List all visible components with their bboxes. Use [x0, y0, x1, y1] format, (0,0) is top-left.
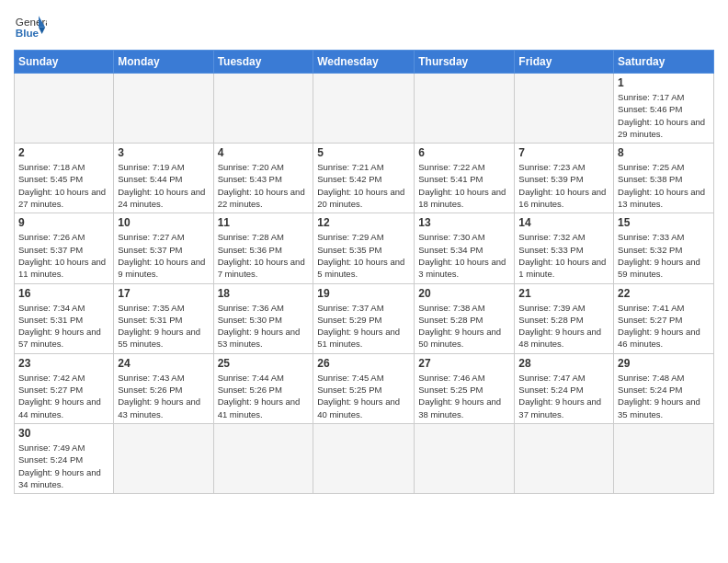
day-info: Sunrise: 7:41 AM Sunset: 5:27 PM Dayligh…: [618, 302, 710, 350]
day-number: 16: [18, 287, 109, 300]
calendar-cell: 10Sunrise: 7:27 AM Sunset: 5:37 PM Dayli…: [114, 213, 213, 283]
page-header: General Blue: [14, 9, 714, 42]
day-number: 21: [518, 287, 609, 300]
calendar-cell: 13Sunrise: 7:30 AM Sunset: 5:34 PM Dayli…: [415, 213, 515, 283]
day-number: 28: [518, 357, 609, 370]
calendar-cell: 27Sunrise: 7:46 AM Sunset: 5:25 PM Dayli…: [415, 353, 515, 423]
calendar-cell: 14Sunrise: 7:32 AM Sunset: 5:33 PM Dayli…: [515, 213, 614, 283]
day-info: Sunrise: 7:44 AM Sunset: 5:26 PM Dayligh…: [218, 372, 310, 420]
day-number: 8: [618, 146, 710, 159]
day-info: Sunrise: 7:28 AM Sunset: 5:36 PM Dayligh…: [218, 231, 310, 280]
svg-marker-3: [39, 28, 45, 34]
day-number: 17: [118, 287, 209, 300]
day-info: Sunrise: 7:42 AM Sunset: 5:27 PM Dayligh…: [18, 372, 109, 420]
day-info: Sunrise: 7:45 AM Sunset: 5:25 PM Dayligh…: [317, 372, 410, 420]
calendar-cell: 4Sunrise: 7:20 AM Sunset: 5:43 PM Daylig…: [213, 144, 313, 213]
day-info: Sunrise: 7:19 AM Sunset: 5:44 PM Dayligh…: [118, 161, 209, 210]
day-info: Sunrise: 7:20 AM Sunset: 5:43 PM Dayligh…: [218, 161, 310, 210]
day-header-saturday: Saturday: [614, 51, 714, 74]
calendar-cell: 3Sunrise: 7:19 AM Sunset: 5:44 PM Daylig…: [114, 144, 213, 213]
day-info: Sunrise: 7:49 AM Sunset: 5:24 PM Dayligh…: [18, 442, 109, 490]
day-info: Sunrise: 7:34 AM Sunset: 5:31 PM Dayligh…: [18, 302, 109, 350]
day-header-thursday: Thursday: [415, 51, 515, 74]
logo-icon: General Blue: [14, 9, 47, 42]
calendar-cell: 6Sunrise: 7:22 AM Sunset: 5:41 PM Daylig…: [415, 144, 515, 213]
day-number: 10: [118, 216, 209, 229]
day-info: Sunrise: 7:46 AM Sunset: 5:25 PM Dayligh…: [418, 372, 510, 420]
day-number: 22: [618, 287, 710, 300]
day-info: Sunrise: 7:30 AM Sunset: 5:34 PM Dayligh…: [418, 231, 510, 280]
day-number: 24: [118, 357, 209, 370]
calendar-cell: [515, 423, 614, 493]
calendar-cell: [415, 74, 515, 144]
day-number: 11: [218, 216, 310, 229]
calendar-cell: 19Sunrise: 7:37 AM Sunset: 5:29 PM Dayli…: [313, 283, 415, 353]
calendar-cell: 23Sunrise: 7:42 AM Sunset: 5:27 PM Dayli…: [15, 353, 114, 423]
day-number: 12: [317, 216, 410, 229]
calendar-cell: 7Sunrise: 7:23 AM Sunset: 5:39 PM Daylig…: [515, 144, 614, 213]
day-info: Sunrise: 7:27 AM Sunset: 5:37 PM Dayligh…: [118, 231, 209, 280]
calendar-week-4: 23Sunrise: 7:42 AM Sunset: 5:27 PM Dayli…: [15, 353, 714, 423]
day-header-tuesday: Tuesday: [213, 51, 313, 74]
day-info: Sunrise: 7:35 AM Sunset: 5:31 PM Dayligh…: [118, 302, 209, 350]
day-info: Sunrise: 7:17 AM Sunset: 5:46 PM Dayligh…: [618, 91, 710, 140]
day-info: Sunrise: 7:18 AM Sunset: 5:45 PM Dayligh…: [18, 161, 109, 210]
day-info: Sunrise: 7:22 AM Sunset: 5:41 PM Dayligh…: [418, 161, 510, 210]
day-number: 20: [418, 287, 510, 300]
calendar-cell: 12Sunrise: 7:29 AM Sunset: 5:35 PM Dayli…: [313, 213, 415, 283]
calendar-header-row: SundayMondayTuesdayWednesdayThursdayFrid…: [15, 51, 714, 74]
day-number: 19: [317, 287, 410, 300]
day-number: 15: [618, 216, 710, 229]
day-number: 13: [418, 216, 510, 229]
day-number: 3: [118, 146, 209, 159]
day-number: 4: [218, 146, 310, 159]
calendar-week-5: 30Sunrise: 7:49 AM Sunset: 5:24 PM Dayli…: [15, 423, 714, 493]
calendar-cell: [515, 74, 614, 144]
day-number: 6: [418, 146, 510, 159]
calendar-cell: [15, 74, 114, 144]
day-info: Sunrise: 7:25 AM Sunset: 5:38 PM Dayligh…: [618, 161, 710, 210]
day-info: Sunrise: 7:47 AM Sunset: 5:24 PM Dayligh…: [518, 372, 609, 420]
calendar-cell: 22Sunrise: 7:41 AM Sunset: 5:27 PM Dayli…: [614, 283, 714, 353]
calendar-cell: [313, 423, 415, 493]
svg-text:Blue: Blue: [16, 27, 40, 39]
calendar-cell: [213, 74, 313, 144]
calendar-week-2: 9Sunrise: 7:26 AM Sunset: 5:37 PM Daylig…: [15, 213, 714, 283]
day-info: Sunrise: 7:39 AM Sunset: 5:28 PM Dayligh…: [518, 302, 609, 350]
calendar-cell: 5Sunrise: 7:21 AM Sunset: 5:42 PM Daylig…: [313, 144, 415, 213]
day-header-sunday: Sunday: [15, 51, 114, 74]
calendar-cell: [415, 423, 515, 493]
calendar-cell: 24Sunrise: 7:43 AM Sunset: 5:26 PM Dayli…: [114, 353, 213, 423]
day-info: Sunrise: 7:23 AM Sunset: 5:39 PM Dayligh…: [518, 161, 609, 210]
calendar-cell: 26Sunrise: 7:45 AM Sunset: 5:25 PM Dayli…: [313, 353, 415, 423]
day-number: 5: [317, 146, 410, 159]
logo: General Blue: [14, 9, 47, 42]
calendar-cell: [614, 423, 714, 493]
calendar-cell: 29Sunrise: 7:48 AM Sunset: 5:24 PM Dayli…: [614, 353, 714, 423]
day-info: Sunrise: 7:32 AM Sunset: 5:33 PM Dayligh…: [518, 231, 609, 280]
day-info: Sunrise: 7:29 AM Sunset: 5:35 PM Dayligh…: [317, 231, 410, 280]
calendar-cell: 8Sunrise: 7:25 AM Sunset: 5:38 PM Daylig…: [614, 144, 714, 213]
day-number: 18: [218, 287, 310, 300]
calendar-cell: 30Sunrise: 7:49 AM Sunset: 5:24 PM Dayli…: [15, 423, 114, 493]
calendar-cell: 28Sunrise: 7:47 AM Sunset: 5:24 PM Dayli…: [515, 353, 614, 423]
calendar-cell: [114, 423, 213, 493]
day-info: Sunrise: 7:37 AM Sunset: 5:29 PM Dayligh…: [317, 302, 410, 350]
day-number: 26: [317, 357, 410, 370]
day-info: Sunrise: 7:26 AM Sunset: 5:37 PM Dayligh…: [18, 231, 109, 280]
day-number: 25: [218, 357, 310, 370]
calendar-cell: [213, 423, 313, 493]
calendar-cell: 1Sunrise: 7:17 AM Sunset: 5:46 PM Daylig…: [614, 74, 714, 144]
calendar-table: SundayMondayTuesdayWednesdayThursdayFrid…: [14, 50, 714, 494]
calendar-cell: 9Sunrise: 7:26 AM Sunset: 5:37 PM Daylig…: [15, 213, 114, 283]
calendar-week-1: 2Sunrise: 7:18 AM Sunset: 5:45 PM Daylig…: [15, 144, 714, 213]
day-info: Sunrise: 7:36 AM Sunset: 5:30 PM Dayligh…: [218, 302, 310, 350]
day-info: Sunrise: 7:33 AM Sunset: 5:32 PM Dayligh…: [618, 231, 710, 280]
calendar-cell: 20Sunrise: 7:38 AM Sunset: 5:28 PM Dayli…: [415, 283, 515, 353]
day-info: Sunrise: 7:48 AM Sunset: 5:24 PM Dayligh…: [618, 372, 710, 420]
calendar-cell: 16Sunrise: 7:34 AM Sunset: 5:31 PM Dayli…: [15, 283, 114, 353]
day-header-monday: Monday: [114, 51, 213, 74]
day-info: Sunrise: 7:43 AM Sunset: 5:26 PM Dayligh…: [118, 372, 209, 420]
day-number: 7: [518, 146, 609, 159]
day-number: 1: [618, 76, 710, 89]
